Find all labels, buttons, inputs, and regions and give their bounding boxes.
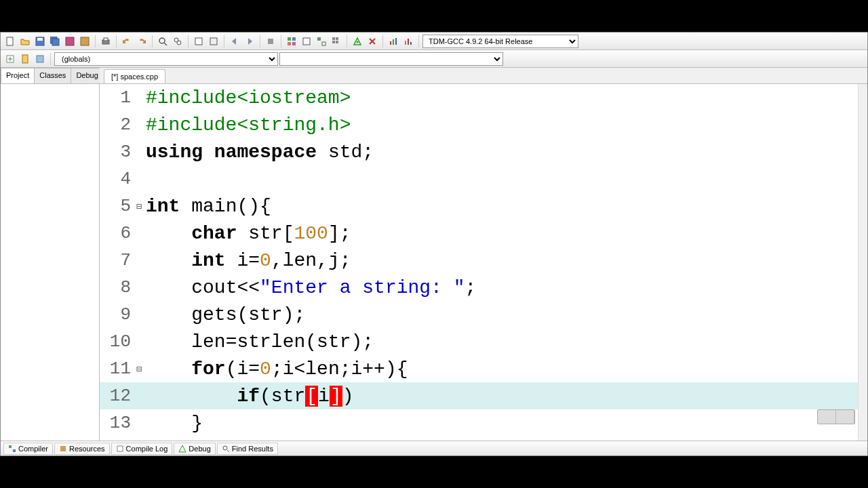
svg-rect-20 (303, 38, 310, 45)
svg-rect-19 (292, 42, 296, 45)
bottom-panel-tabs: Compiler Resources Compile Log Debug Fin… (1, 441, 867, 455)
svg-rect-30 (390, 41, 391, 45)
svg-rect-32 (395, 38, 397, 45)
svg-line-10 (164, 43, 167, 45)
svg-rect-2 (37, 38, 43, 41)
find-button[interactable] (156, 35, 170, 48)
line-number: 10 (100, 331, 135, 352)
editor-zone: [*] spaces.cpp 1#include<iostream> 2#inc… (100, 68, 867, 441)
goto-button[interactable] (33, 52, 47, 66)
svg-rect-41 (60, 446, 66, 451)
tab-find-results[interactable]: Find Results (217, 443, 278, 455)
line-number: 13 (100, 413, 135, 433)
svg-rect-13 (195, 38, 202, 45)
svg-line-44 (227, 450, 229, 452)
replace-button[interactable] (171, 35, 184, 48)
svg-rect-39 (9, 445, 12, 448)
new-file-button[interactable] (3, 35, 17, 48)
svg-rect-21 (317, 37, 321, 41)
svg-rect-16 (288, 37, 291, 41)
tab-compiler[interactable]: Compiler (3, 443, 53, 455)
bracket-match-icon: [ (305, 386, 318, 407)
svg-rect-26 (336, 41, 338, 43)
goto-bookmark-button[interactable] (207, 35, 220, 48)
search-icon (222, 445, 230, 453)
line-number: 5 (100, 196, 135, 216)
bracket-match-icon: ] (330, 386, 342, 407)
redo-button[interactable] (135, 35, 149, 48)
tab-compile-log[interactable]: Compile Log (111, 443, 173, 455)
svg-rect-0 (7, 37, 13, 45)
tab-classes[interactable]: Classes (34, 68, 71, 83)
fold-toggle-icon[interactable]: ⊟ (135, 363, 143, 375)
project-tree[interactable] (1, 84, 99, 441)
compile-run-button[interactable] (315, 35, 328, 48)
file-tab-spaces[interactable]: [*] spaces.cpp (104, 69, 165, 83)
scope-toolbar: (globals) (1, 50, 867, 68)
left-panel-tabs: Project Classes Debug (1, 68, 99, 84)
run-button[interactable] (300, 35, 313, 48)
svg-point-12 (177, 41, 181, 45)
stop-debug-button[interactable] (366, 35, 379, 48)
save-all-button[interactable] (48, 35, 62, 48)
close-button[interactable] (78, 35, 92, 48)
svg-rect-15 (268, 39, 273, 44)
line-number: 7 (100, 250, 135, 270)
profile-analysis-button[interactable] (401, 35, 415, 48)
svg-rect-23 (332, 37, 335, 40)
line-number: 1 (100, 87, 135, 108)
forward-button[interactable] (243, 35, 256, 48)
main-toolbar: TDM-GCC 4.9.2 64-bit Release (1, 33, 867, 50)
line-number: 2 (100, 115, 135, 135)
item-select[interactable] (279, 52, 503, 66)
svg-rect-24 (336, 37, 338, 40)
compiler-select[interactable]: TDM-GCC 4.9.2 64-bit Release (422, 35, 578, 48)
svg-rect-35 (410, 42, 412, 45)
svg-rect-6 (81, 37, 89, 45)
debug-icon (178, 445, 186, 453)
toggle-button[interactable] (18, 52, 32, 66)
vertical-scrollbar[interactable] (858, 84, 867, 441)
svg-rect-4 (52, 39, 59, 45)
scope-select[interactable]: (globals) (54, 52, 278, 66)
svg-rect-22 (322, 42, 326, 45)
svg-rect-5 (66, 37, 74, 45)
svg-rect-33 (405, 41, 406, 45)
svg-rect-8 (104, 38, 108, 41)
fold-toggle-icon[interactable]: ⊟ (135, 201, 143, 212)
line-number: 3 (100, 142, 135, 162)
back-button[interactable] (228, 35, 241, 48)
tab-debug[interactable]: Debug (71, 68, 103, 83)
code-editor[interactable]: 1#include<iostream> 2#include<string.h> … (100, 84, 867, 441)
main-area: Project Classes Debug [*] spaces.cpp 1#i… (1, 68, 867, 441)
line-number: 11 (100, 359, 135, 379)
save-as-button[interactable] (63, 35, 77, 48)
compile-button[interactable] (285, 35, 298, 48)
line-number: 8 (100, 277, 135, 298)
tab-debug-bottom[interactable]: Debug (174, 443, 215, 455)
line-number: 4 (100, 169, 135, 189)
open-file-button[interactable] (18, 35, 32, 48)
svg-rect-18 (288, 42, 291, 45)
line-number: 9 (100, 304, 135, 325)
print-button[interactable] (99, 35, 113, 48)
left-panel: Project Classes Debug (1, 68, 100, 441)
svg-rect-38 (37, 56, 43, 62)
tab-resources[interactable]: Resources (54, 443, 110, 455)
svg-rect-37 (22, 55, 28, 63)
svg-rect-40 (13, 449, 16, 452)
line-number: 12 (100, 386, 135, 406)
stop-button[interactable] (264, 35, 277, 48)
save-button[interactable] (33, 35, 47, 48)
svg-rect-42 (117, 446, 123, 451)
profile-button[interactable] (387, 35, 400, 48)
undo-button[interactable] (120, 35, 134, 48)
insert-button[interactable] (3, 52, 17, 66)
rebuild-button[interactable] (330, 35, 343, 48)
resources-icon (59, 445, 67, 453)
ide-window: TDM-GCC 4.9.2 64-bit Release (globals) P… (0, 32, 868, 456)
floating-control[interactable] (817, 409, 855, 424)
toggle-bookmark-button[interactable] (192, 35, 205, 48)
debug-button[interactable] (351, 35, 364, 48)
tab-project[interactable]: Project (1, 68, 35, 83)
